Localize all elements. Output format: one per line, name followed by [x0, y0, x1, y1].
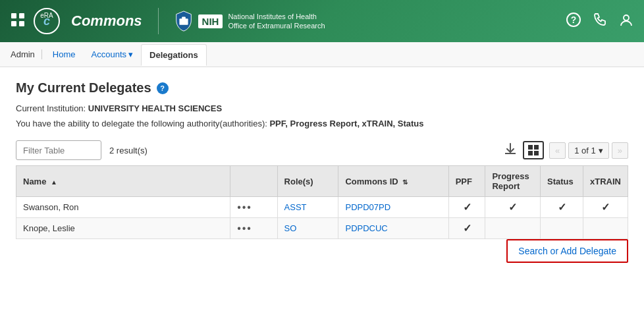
- svg-rect-12: [528, 145, 533, 150]
- table-row: Knope, Leslie ••• SO PDPDCUC ✓: [16, 218, 628, 239]
- page-select[interactable]: 1 of 1 ▾: [568, 142, 609, 159]
- name-sort-icon: ▲: [51, 179, 57, 186]
- nav-delegations[interactable]: Delegations: [141, 44, 207, 66]
- authority-list: PPF, Progress Report, xTRAIN, Status: [269, 119, 423, 128]
- app-header: c eRA Commons NIH National Institutes of…: [0, 0, 644, 42]
- commons-id-link-0[interactable]: PDPD07PD: [345, 202, 390, 212]
- col-header-actions: [230, 166, 277, 197]
- role-link-0[interactable]: ASST: [284, 202, 307, 212]
- header-left: c eRA Commons NIH National Institutes of…: [11, 7, 325, 35]
- col-header-commons-id[interactable]: Commons ID ⇅: [338, 166, 448, 197]
- phone-icon[interactable]: [593, 13, 607, 30]
- cell-role-0: ASST: [277, 197, 338, 218]
- col-header-xtrain: xTRAIN: [583, 166, 628, 197]
- page-help-icon[interactable]: ?: [157, 82, 169, 94]
- cell-ppf-0: ✓: [448, 197, 485, 218]
- cell-commons-id-0: PDPD07PD: [338, 197, 448, 218]
- page-dropdown-icon: ▾: [599, 146, 603, 155]
- col-header-status: Status: [541, 166, 583, 197]
- page-title-text: My Current Delegates: [16, 80, 151, 96]
- col-header-roles: Role(s): [277, 166, 338, 197]
- nih-badge: NIH: [198, 14, 223, 28]
- cell-name-1: Knope, Leslie: [16, 218, 230, 239]
- delegates-table: Name ▲ Role(s) Commons ID ⇅ PPF Progress…: [16, 165, 628, 239]
- cell-role-1: SO: [277, 218, 338, 239]
- help-icon[interactable]: ?: [566, 13, 581, 30]
- col-header-ppf: PPF: [448, 166, 485, 197]
- svg-rect-7: [179, 18, 188, 24]
- add-delegate-button[interactable]: Search or Add Delegate: [506, 239, 628, 263]
- nih-description: National Institutes of Health Office of …: [228, 12, 325, 31]
- svg-rect-2: [11, 21, 16, 26]
- cell-xtrain-0: ✓: [583, 197, 628, 218]
- main-content: My Current Delegates ? Current Instituti…: [0, 67, 644, 276]
- table-row: Swanson, Ron ••• ASST PDPD07PD ✓ ✓ ✓ ✓: [16, 197, 628, 218]
- nih-shield-icon: [174, 11, 193, 32]
- header-right: ?: [566, 13, 633, 30]
- role-link-1[interactable]: SO: [284, 223, 297, 233]
- svg-rect-8: [182, 16, 186, 19]
- user-icon[interactable]: [619, 13, 633, 30]
- nav-admin-label: Admin: [11, 49, 42, 59]
- header-divider: [158, 8, 159, 34]
- svg-rect-3: [19, 21, 24, 26]
- cell-progress-1: [485, 218, 541, 239]
- svg-rect-15: [534, 151, 539, 155]
- svg-point-11: [624, 15, 629, 20]
- nih-logo: NIH National Institutes of Health Office…: [174, 11, 325, 32]
- cell-commons-id-1: PDPDCUC: [338, 218, 448, 239]
- svg-rect-14: [528, 151, 533, 155]
- next-page-btn[interactable]: »: [612, 142, 628, 159]
- nav-home[interactable]: Home: [45, 44, 84, 65]
- toolbar-right: « 1 of 1 ▾ »: [503, 141, 628, 159]
- commons-id-link-1[interactable]: PDPDCUC: [345, 223, 387, 233]
- svg-rect-13: [534, 145, 539, 150]
- accounts-dropdown-icon: ▾: [128, 49, 133, 59]
- institution-name: UNIVERSITY HEALTH SCIENCES: [88, 103, 222, 113]
- cell-ppf-1: ✓: [448, 218, 485, 239]
- table-header-row: Name ▲ Role(s) Commons ID ⇅ PPF Progress…: [16, 166, 628, 197]
- table-footer: Search or Add Delegate: [16, 239, 628, 263]
- institution-line: Current Institution: UNIVERSITY HEALTH S…: [16, 103, 628, 113]
- nav-accounts[interactable]: Accounts ▾: [84, 44, 141, 65]
- xtrain-check-0: ✓: [601, 202, 610, 213]
- table-toolbar: 2 result(s) « 1 of 1: [16, 140, 628, 160]
- cell-status-1: [541, 218, 583, 239]
- result-count: 2 result(s): [109, 146, 148, 155]
- nav-bar: Admin Home Accounts ▾ Delegations: [0, 42, 644, 67]
- era-logo: c eRA: [33, 7, 61, 35]
- svg-text:eRA: eRA: [40, 12, 53, 19]
- svg-rect-0: [11, 13, 16, 18]
- cell-xtrain-1: [583, 218, 628, 239]
- col-header-progress: ProgressReport: [485, 166, 541, 197]
- cell-progress-0: ✓: [485, 197, 541, 218]
- prev-page-btn[interactable]: «: [549, 142, 566, 159]
- svg-rect-1: [19, 13, 24, 18]
- ppf-check-1: ✓: [463, 223, 471, 234]
- download-icon[interactable]: [503, 142, 518, 159]
- col-header-name[interactable]: Name ▲: [16, 166, 230, 197]
- authority-line: You have the ability to delegate the fol…: [16, 119, 628, 128]
- filter-input[interactable]: [16, 140, 101, 160]
- grid-view-icon[interactable]: [523, 141, 544, 159]
- pagination: « 1 of 1 ▾ »: [549, 142, 628, 159]
- app-name: Commons: [71, 13, 142, 30]
- cell-status-0: ✓: [541, 197, 583, 218]
- commons-id-sort-icon: ⇅: [402, 179, 408, 186]
- cell-actions-1: •••: [230, 218, 277, 239]
- page-title-section: My Current Delegates ?: [16, 80, 628, 96]
- row-actions-btn-0[interactable]: •••: [237, 202, 252, 213]
- ppf-check-0: ✓: [463, 202, 471, 213]
- progress-check-0: ✓: [508, 202, 517, 213]
- cell-actions-0: •••: [230, 197, 277, 218]
- svg-text:?: ?: [571, 14, 577, 25]
- grid-icon[interactable]: [11, 13, 25, 30]
- status-check-0: ✓: [558, 202, 566, 213]
- row-actions-btn-1[interactable]: •••: [237, 223, 252, 234]
- cell-name-0: Swanson, Ron: [16, 197, 230, 218]
